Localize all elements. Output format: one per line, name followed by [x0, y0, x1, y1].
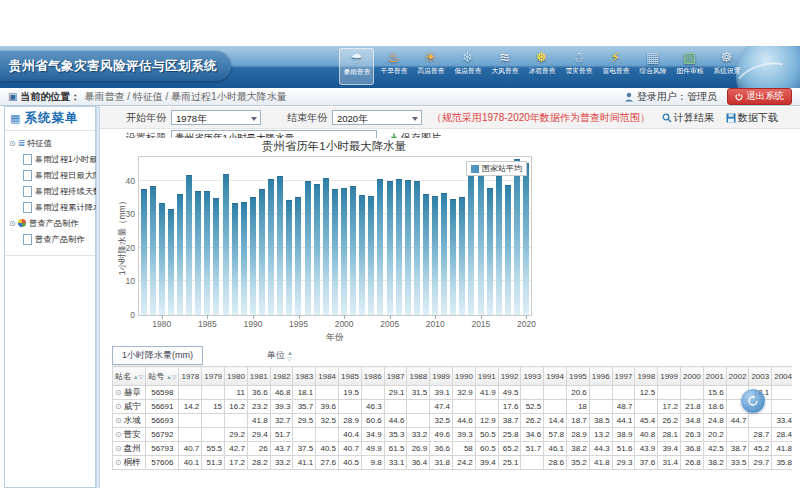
tree-toggle-icon[interactable]: ⊙ — [9, 219, 16, 228]
nav-label: 暴雨普查 — [343, 68, 370, 77]
cell-水城-1997: 44.1 — [612, 414, 635, 428]
tree-label: 普查产品制作 — [35, 233, 85, 245]
tree-toggle-icon[interactable]: ⊙ — [9, 139, 16, 148]
bar-slot — [257, 157, 266, 315]
sort-icons[interactable]: ▲▽ — [164, 374, 176, 380]
station-name[interactable]: ⊙水城 — [113, 414, 146, 428]
bar-1978 — [141, 189, 147, 315]
nav-comprehensive-risk[interactable]: ▦综合风险 — [635, 48, 670, 85]
bar-1981 — [168, 209, 174, 315]
nav-hail[interactable]: ❅冰雹普查 — [524, 48, 559, 85]
cell-威宁-1980: 16.2 — [225, 400, 248, 414]
tree-group-普查产品制作[interactable]: ⊙普查产品制作 — [5, 215, 95, 231]
row-radio[interactable]: ⊙ — [115, 458, 122, 467]
sidebar: ▦ 系统菜单 ⊙≣特征值暴雨过程1小时最大降水量暴雨过程日最大降水量暴雨过程持续… — [4, 106, 96, 488]
cell-威宁-1983: 35.7 — [293, 400, 316, 414]
rainstorm-icon: ☂ — [350, 49, 363, 67]
cell-赫章-1993 — [521, 386, 544, 400]
nav-wind[interactable]: ≋大风普查 — [487, 48, 522, 85]
header-year-1997: 1997 — [612, 367, 635, 386]
cell-水城-1981: 41.8 — [247, 414, 270, 428]
cell-桐梓-1981: 28.2 — [247, 456, 270, 470]
sidebar-divider — [5, 255, 95, 256]
floating-refresh-button[interactable] — [741, 389, 765, 413]
bar-slot — [512, 157, 521, 315]
bar-2020 — [523, 163, 529, 315]
bar-2013 — [459, 197, 465, 315]
tree-item-暴雨过程累计降水量[interactable]: 暴雨过程累计降水量 — [5, 199, 95, 215]
station-name[interactable]: ⊙桐梓 — [113, 456, 146, 470]
nav-system-settings[interactable]: ☸系统设置 — [709, 48, 744, 85]
cell-盘州-2002: 38.7 — [726, 442, 749, 456]
calculate-button[interactable]: 计算结果 — [662, 111, 714, 125]
nav-label: 图件审核 — [676, 67, 703, 76]
station-name[interactable]: ⊙普安 — [113, 428, 146, 442]
cell-盘州-1999: 39.4 — [658, 442, 681, 456]
end-year-select[interactable]: 2020年 — [332, 110, 422, 125]
nav-high-temp[interactable]: ☀高温普查 — [413, 48, 448, 85]
cell-威宁-1995: 18 — [567, 400, 590, 414]
cell-盘州-1990: 58 — [453, 442, 476, 456]
nav-map-review[interactable]: ▧图件审核 — [672, 48, 707, 85]
cell-盘州-1979: 55.5 — [202, 442, 225, 456]
bar-1991 — [259, 189, 265, 315]
download-button[interactable]: 数据下载 — [726, 111, 778, 125]
cell-桐梓-2004: 35.8 — [772, 456, 792, 470]
row-radio[interactable]: ⊙ — [115, 430, 122, 439]
logout-button[interactable]: 退出系统 — [727, 88, 792, 105]
nav-snow[interactable]: ☃雪灾普查 — [561, 48, 596, 85]
tree-item-暴雨过程1小时最大降水量[interactable]: 暴雨过程1小时最大降水量 — [5, 151, 95, 167]
chart-legend[interactable]: 国家站平均 — [466, 161, 527, 176]
cell-威宁-1985 — [339, 400, 362, 414]
station-name[interactable]: ⊙赫章 — [113, 386, 146, 400]
precipitation-chart: 贵州省历年1小时最大降水量 1小时降水量（mm） 年份 010203040 国家… — [100, 138, 540, 342]
cell-桐梓-1979: 51.3 — [202, 456, 225, 470]
tree-item-暴雨过程日最大降水量[interactable]: 暴雨过程日最大降水量 — [5, 167, 95, 183]
document-icon — [23, 154, 32, 165]
station-id: 56793 — [146, 442, 179, 456]
header-year-1991: 1991 — [475, 367, 498, 386]
cell-桐梓-2003: 29.7 — [749, 456, 772, 470]
cell-水城-1978 — [179, 414, 202, 428]
sort-icons[interactable]: ▲▽ — [131, 374, 143, 380]
nav-drought[interactable]: ♨干旱普查 — [376, 48, 411, 85]
tree-item-暴雨过程持续天数[interactable]: 暴雨过程持续天数 — [5, 183, 95, 199]
start-year-select[interactable]: 1978年 — [171, 110, 261, 125]
row-radio[interactable]: ⊙ — [115, 416, 122, 425]
station-id: 56792 — [146, 428, 179, 442]
app-header: 贵州省气象灾害风险评估与区划系统 ☂暴雨普查♨干旱普查☀高温普查❄低温普查≋大风… — [0, 46, 800, 90]
unit-sort-control[interactable]: 单位 ▲▽ — [267, 349, 293, 362]
header-station-name[interactable]: 站名 ▲▽ — [113, 367, 146, 386]
cell-水城-1994: 14.4 — [544, 414, 567, 428]
cell-盘州-1984: 40.5 — [316, 442, 339, 456]
table-row-水城: ⊙水城5669341.832.729.532.528.960.644.632.5… — [113, 414, 793, 428]
value-type-tab[interactable]: 1小时降水量(mm) — [112, 346, 203, 365]
row-radio[interactable]: ⊙ — [115, 388, 122, 397]
nav-low-temp[interactable]: ❄低温普查 — [450, 48, 485, 85]
cell-普安-1987: 35.3 — [384, 428, 407, 442]
tree-group-特征值[interactable]: ⊙≣特征值 — [5, 135, 95, 151]
bar-slot — [212, 157, 221, 315]
tree-item-普查产品制作[interactable]: 普查产品制作 — [5, 231, 95, 247]
breadcrumb[interactable]: 暴雨普查 / 特征值 / 暴雨过程1小时最大降水量 — [84, 90, 286, 104]
cell-水城-2004: 33.4 — [772, 414, 792, 428]
bar-slot — [166, 157, 175, 315]
x-tick-mark — [390, 315, 391, 319]
station-name[interactable]: ⊙盘州 — [113, 442, 146, 456]
header-station-id[interactable]: 站号 ▲▽ — [146, 367, 179, 386]
nav-rainstorm[interactable]: ☂暴雨普查 — [339, 48, 374, 85]
x-tick-mark — [162, 315, 163, 319]
header-year-1994: 1994 — [544, 367, 567, 386]
cell-水城-2001: 24.8 — [703, 414, 726, 428]
bar-slot — [376, 157, 385, 315]
station-name[interactable]: ⊙威宁 — [113, 400, 146, 414]
cell-桐梓-1986: 9.8 — [361, 456, 384, 470]
cell-威宁-1999: 17.2 — [658, 400, 681, 414]
row-radio[interactable]: ⊙ — [115, 444, 122, 453]
row-radio[interactable]: ⊙ — [115, 402, 122, 411]
nav-lightning[interactable]: ⚡雷电普查 — [598, 48, 633, 85]
cell-普安-1988: 33.2 — [407, 428, 430, 442]
cell-普安-1981: 29.4 — [247, 428, 270, 442]
cell-水城-1980 — [225, 414, 248, 428]
cell-普安-1978 — [179, 428, 202, 442]
